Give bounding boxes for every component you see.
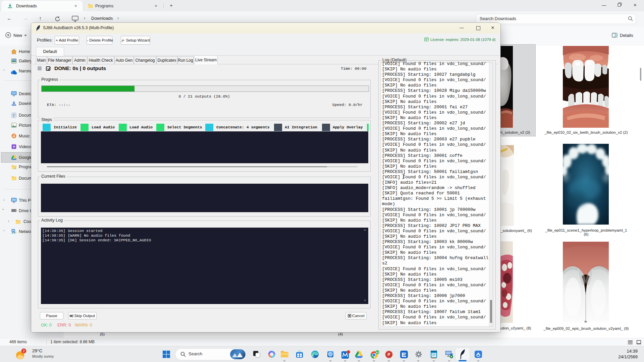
svg-text:2: 2 — [23, 349, 25, 353]
svg-text:P: P — [387, 352, 390, 357]
svg-text:SJ: SJ — [376, 351, 379, 354]
